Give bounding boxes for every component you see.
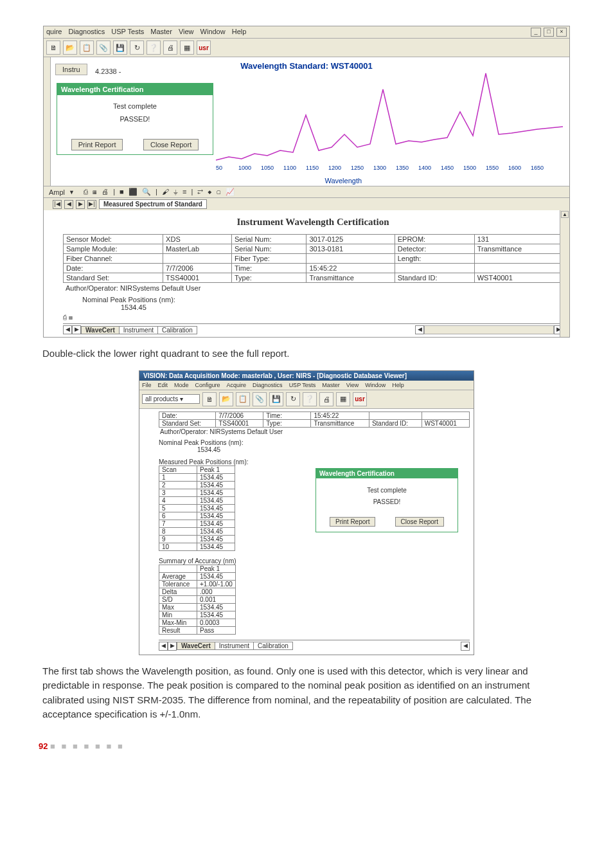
svg-text:1400: 1400 — [418, 165, 431, 171]
wavelength-certification-dialog-2: Wavelength Certification Test complete P… — [315, 468, 458, 532]
sheet-tabs: ◀ ▶ WaveCert Instrument Calibration ◀ ▶ — [63, 323, 563, 334]
menu-item[interactable]: Window — [365, 382, 386, 388]
wavelength-certification-dialog: Wavelength Certification Test complete P… — [57, 83, 213, 155]
chart-panel: Instru 4.2338 - Wavelength Standard: WST… — [44, 57, 569, 186]
print-report-button[interactable]: Print Report — [71, 139, 123, 150]
menu-item[interactable]: View — [346, 382, 359, 388]
menu-item[interactable]: Edit — [158, 382, 168, 388]
sheet-prev[interactable]: ◀ — [63, 325, 72, 334]
user-button[interactable]: usr — [353, 392, 367, 406]
menu-item[interactable]: Help — [232, 28, 247, 37]
tab-wavecert-2[interactable]: WaveCert — [177, 642, 215, 650]
tab-calibration[interactable]: Calibration — [157, 326, 197, 334]
tab-first[interactable]: |◀ — [53, 200, 62, 209]
clipboard-icon[interactable]: 📋 — [236, 392, 250, 406]
left-tabstrip[interactable] — [44, 57, 51, 186]
tab-instrument-2[interactable]: Instrument — [215, 642, 254, 650]
instru-tab[interactable]: Instru — [55, 64, 87, 75]
minimize-button[interactable]: _ — [531, 28, 541, 37]
calc-icon[interactable]: ▦ — [336, 392, 350, 406]
menu-item[interactable]: Master — [322, 382, 340, 388]
menu-item[interactable]: Acquire — [227, 382, 247, 388]
menu-item[interactable]: Mode — [174, 382, 189, 388]
user-button[interactable]: usr — [197, 41, 211, 55]
attach-icon[interactable]: 📎 — [253, 392, 267, 406]
menu-item[interactable]: File — [142, 382, 152, 388]
calc-icon[interactable]: ▦ — [180, 41, 194, 55]
svg-text:1050: 1050 — [261, 165, 274, 171]
hscroll-left[interactable]: ◀ — [415, 325, 424, 334]
spectrum-tabstrip: |◀ ◀ ▶ ▶| Measured Spectrum of Standard — [44, 197, 569, 210]
menu-item[interactable]: Configure — [195, 382, 220, 388]
open-icon[interactable]: 📂 — [219, 392, 233, 406]
ampl-label: Ampl — [49, 188, 65, 196]
measured-peaks-table: ScanPeak 111534.4521534.4531534.4541534.… — [159, 466, 235, 551]
menu-item[interactable]: USP Tests — [289, 382, 316, 388]
menubar-2: File Edit Mode Configure Acquire Diagnos… — [139, 381, 474, 390]
svg-text:1500: 1500 — [463, 165, 476, 171]
hscrollbar[interactable] — [424, 325, 554, 334]
summary-table: Peak 1Average1534.45Tolerance+1.00/-1.00… — [159, 565, 236, 635]
refresh-icon[interactable]: ↻ — [130, 41, 144, 55]
open-icon[interactable]: 📂 — [63, 41, 77, 55]
svg-text:50: 50 — [216, 165, 222, 171]
sheet-prev-2[interactable]: ◀ — [159, 642, 168, 651]
help-icon[interactable]: ❔ — [303, 392, 317, 406]
nominal-value-2: 1534.45 — [197, 446, 470, 453]
sheet-next[interactable]: ▶ — [72, 325, 81, 334]
product-select[interactable]: all products ▾ — [142, 394, 200, 404]
ampl-toolbar: Ampl ▼ ⎙ ▦ 🖨 | ■ ⬛ 🔍 | 🖌 ⏚ ≡ | ⥂ ◆ ▢ 📈 — [44, 186, 569, 197]
menu-item[interactable]: quire — [46, 28, 62, 37]
svg-text:1300: 1300 — [373, 165, 386, 171]
menu-item[interactable]: Diagnostics — [253, 382, 283, 388]
page-footer: 92 ■ ■ ■ ■ ■ ■ ■ — [39, 741, 574, 751]
print-icon[interactable]: 🖨 — [319, 392, 333, 406]
tab-next[interactable]: ▶ — [76, 200, 85, 209]
dialog-title-2: Wavelength Certification — [316, 469, 458, 478]
menu-item[interactable]: Diagnostics — [68, 28, 105, 37]
svg-text:1350: 1350 — [396, 165, 409, 171]
new-icon[interactable]: 🗎 — [202, 392, 217, 406]
menu-item[interactable]: View — [179, 28, 194, 37]
product-toolbar: all products ▾ 🗎 📂 📋 📎 💾 ↻ ❔ 🖨 ▦ usr — [139, 390, 474, 409]
menu-item[interactable]: Window — [200, 28, 226, 37]
tab-nav-icons[interactable]: ⎙ ▦ — [63, 314, 73, 321]
tab-last[interactable]: ▶| — [87, 200, 96, 209]
nominal-peak-positions: Nominal Peak Positions (nm): 1534.45 — [82, 296, 563, 311]
sheet-next-2[interactable]: ▶ — [168, 642, 177, 651]
save-icon[interactable]: 💾 — [269, 392, 283, 406]
tab-measured-spectrum[interactable]: Measured Spectrum of Standard — [99, 199, 207, 209]
x-axis-label: Wavelength — [324, 177, 362, 185]
attach-icon[interactable]: 📎 — [96, 41, 111, 55]
tab-calibration-2[interactable]: Calibration — [253, 642, 293, 650]
tab-instrument[interactable]: Instrument — [119, 326, 158, 334]
svg-text:1600: 1600 — [508, 165, 521, 171]
window-title: VISION: Data Acquisition Mode: masterlab… — [139, 371, 474, 381]
toolbar: 🗎 📂 📋 📎 💾 ↻ ❔ 🖨 ▦ usr — [44, 39, 569, 57]
vertical-scrollbar[interactable] — [560, 210, 569, 337]
save-icon[interactable]: 💾 — [113, 41, 127, 55]
print-icon[interactable]: 🖨 — [163, 41, 177, 55]
clipboard-icon[interactable]: 📋 — [80, 41, 94, 55]
refresh-icon[interactable]: ↻ — [286, 392, 300, 406]
tab-prev[interactable]: ◀ — [64, 200, 73, 209]
menu-item[interactable]: Help — [392, 382, 404, 388]
menu-item[interactable]: Master — [150, 28, 172, 37]
svg-text:1250: 1250 — [351, 165, 364, 171]
report-title: Instrument Wavelength Certification — [63, 217, 563, 228]
svg-text:1200: 1200 — [328, 165, 341, 171]
restore-button[interactable]: □ — [544, 28, 554, 37]
tab-wavecert[interactable]: WaveCert — [81, 326, 120, 334]
body-text-1: Double-click the lower right quadrant to… — [42, 347, 571, 361]
new-icon[interactable]: 🗎 — [46, 41, 60, 55]
hscroll-left-2[interactable]: ◀ — [461, 642, 470, 651]
print-report-button-2[interactable]: Print Report — [330, 517, 375, 527]
help-icon[interactable]: ❔ — [147, 41, 161, 55]
instrument-info-table: Sensor Model:XDSSerial Num:3017-0125EPRO… — [63, 234, 563, 283]
close-report-button-2[interactable]: Close Report — [395, 517, 444, 527]
close-button[interactable]: × — [556, 28, 567, 37]
close-report-button[interactable]: Close Report — [143, 139, 199, 150]
measured-label: Measured Peak Positions (nm): — [159, 458, 470, 466]
menu-item[interactable]: USP Tests — [111, 28, 144, 37]
svg-text:1000: 1000 — [238, 165, 251, 171]
